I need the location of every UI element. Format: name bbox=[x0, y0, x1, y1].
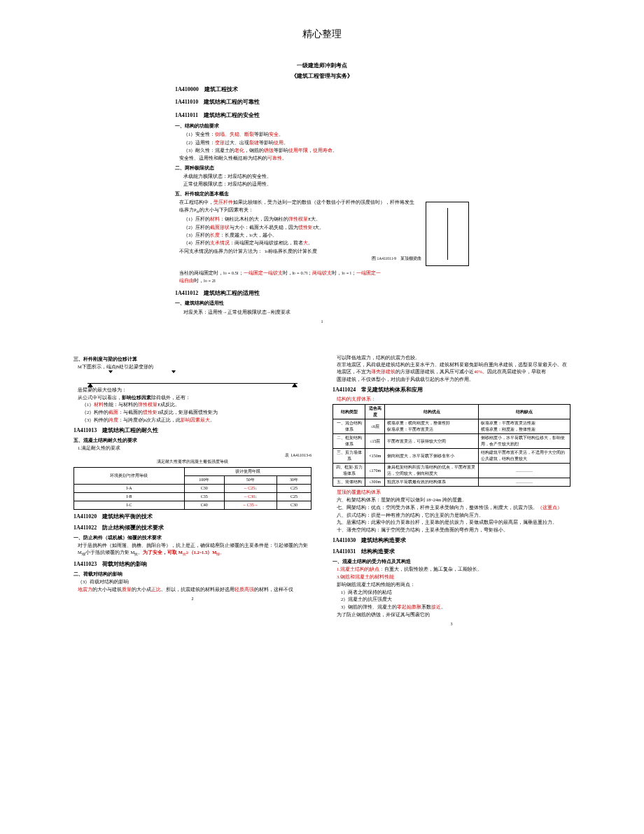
right-l8: 影响钢筋混凝土结构性能的有两点： bbox=[337, 581, 570, 588]
sec-1A411010: 1A411010 建筑结构工程的可靠性 bbox=[175, 98, 469, 107]
sec-1A411013: 1A411013 建筑结构工程的耐久性 bbox=[74, 426, 312, 435]
page-header: 精心整理 bbox=[0, 0, 644, 62]
line-limit2: 正常使用极限状态：对应结构的适用性。 bbox=[183, 181, 469, 188]
left-l5: 地震力的大小与建筑质量的大小成正比。所以，抗震建筑的材料最好选用轻质高强的材料，… bbox=[78, 586, 312, 593]
left-f2: 从公式中可以看出，影响位移因素除荷载外，还有： bbox=[78, 394, 312, 401]
heading-usability: 一、建筑结构的适用性 bbox=[175, 300, 469, 307]
heading-2: 二、两种极限状态 bbox=[175, 165, 469, 172]
left-l2: 1.满足耐久性的要求 bbox=[78, 445, 312, 452]
sec-1A411031: 1A411031 结构构造要求 bbox=[332, 548, 570, 556]
beam-figure bbox=[88, 373, 298, 384]
right-h2: 屋顶的覆盖结构体系 bbox=[337, 489, 570, 496]
right-p1: 可以降低地震力，结构的抗震力也较。 bbox=[337, 354, 570, 361]
line-correspond: 对应关系：适用性→正常使用极限状态→刚度要求 bbox=[183, 309, 469, 316]
line-usability: （2）适用性：变形过大、出现裂缝等影响使用。 bbox=[183, 139, 469, 146]
left-h3: 一、防止构件（或机械）倾覆的技术要求 bbox=[74, 534, 312, 542]
line-safety: （1）安全性：倒塌、失稳、断裂等影响安全。 bbox=[183, 131, 469, 138]
line-durability: （3）耐久性：混凝土的老化，钢筋的锈蚀等影响使用年限，使用寿命。 bbox=[183, 147, 469, 154]
right-l1: 六、桁架结构体系：屋架的跨度可以做到 18~24m 跨的屋盖。 bbox=[337, 496, 570, 503]
table-caption: 表 1A411013-6 bbox=[74, 452, 312, 459]
right-l10: 2）混凝土的抗压强度大 bbox=[341, 596, 570, 603]
top-page: 一级建造师冲刺考点 《建筑工程管理与实务》 1A410000 建筑工程技术 1A… bbox=[175, 62, 469, 326]
left-f1: 悬臂梁的最大位移为： bbox=[78, 387, 312, 394]
title-1: 一级建造师冲刺考点 bbox=[175, 62, 469, 71]
page-number-1: 1 bbox=[175, 319, 469, 326]
right-h3: 一、混凝土结构的受力特点及其构造 bbox=[332, 558, 570, 566]
sec-1A410000: 1A410000 建筑工程技术 bbox=[175, 85, 469, 95]
support-cases: 当柱的两端固定时，l₀ = 0.5l；一端固定一端铰支时，l₀ = 0.7l；两… bbox=[179, 270, 469, 277]
left-h1: 三、杆件刚度与梁的位移计算 bbox=[74, 356, 312, 363]
sec-1A411024: 1A411024 常见建筑结构体系和应用 bbox=[332, 386, 570, 394]
line-reliability: 安全性、适用性和耐久性概括称为结构的可靠性。 bbox=[179, 155, 469, 162]
sec-1A411012: 1A411012 建筑结构工程的适用性 bbox=[175, 289, 469, 298]
sec-1A411011: 1A411011 建筑结构工程的安全性 bbox=[175, 111, 469, 120]
right-l3: 八、拱式结构：拱是一种有推力的结构，它的主要的力是轴向压力。 bbox=[337, 512, 570, 519]
title-2: 《建筑工程管理与实务》 bbox=[175, 72, 469, 81]
concrete-grade-table: 环境类别与作用等级 设计使用年限 100年50年30年 I-AC30←C25↓C… bbox=[74, 467, 312, 510]
left-c3: （3）构件的跨度：与跨度l的n次方成正比，此影响因素最大。 bbox=[82, 417, 312, 424]
right-l12: 为了防止钢筋的锈蚀，并保证其与围裹它的 bbox=[337, 611, 570, 618]
left-l1: M下图所示，端点B处引起梁变形的 bbox=[78, 363, 312, 370]
page-content: 一级建造师冲刺考点 《建筑工程管理与实务》 1A410000 建筑工程技术 1A… bbox=[0, 62, 644, 655]
structure-system-table: 结构类型适合高度结构优点结构缺点 一、混合结构体系≤6层 横墙承重：横向刚度大，… bbox=[332, 404, 570, 487]
left-h4: 二、荷载对结构的影响 bbox=[74, 571, 312, 578]
left-h2: 五、混凝土结构耐久性的要求 bbox=[74, 437, 312, 445]
heading-1: 一、结构的功能要求 bbox=[175, 123, 469, 130]
left-l4: （3）荷载对结构的影响 bbox=[78, 578, 312, 585]
column-figure bbox=[426, 202, 469, 266]
sec-1A411030: 1A411030 建筑结构构造要求 bbox=[332, 536, 570, 545]
sec-1A411023: 1A411023 荷载对结构的影响 bbox=[74, 560, 312, 569]
line-limit1: 承载能力极限状态：对应结构的安全性。 bbox=[183, 173, 469, 180]
right-h1: 结构的支撑体系： bbox=[337, 396, 570, 403]
right-l6: 1.混凝土结构的缺点：自重大，抗裂性较差，施工复杂，工期较长。 bbox=[337, 566, 570, 573]
two-column-layout: 三、杆件刚度与梁的位移计算 M下图所示，端点B处引起梁变形的 悬臂梁的最大位移为… bbox=[70, 354, 574, 627]
left-column: 三、杆件刚度与梁的位移计算 M下图所示，端点B处引起梁变形的 悬臂梁的最大位移为… bbox=[74, 354, 312, 627]
right-l2: 七、网架结构：优点：空间受力体系，杆件主要承受轴向力，整体性强，刚度大，抗震力强… bbox=[337, 504, 570, 511]
right-l5: 十、薄壳空间结构：属于空间受力结构，主要承受曲面的弯作用力，弯矩很小。 bbox=[337, 527, 570, 534]
right-p2: 在非地震区，风荷载是建筑结构的主要水平力。建筑材料要避免影响自重向承建筑，选型要… bbox=[337, 361, 570, 375]
figure-caption: 图 1A411011-9 某顶棚梁曲 bbox=[175, 256, 465, 262]
right-l4: 九、悬索结构：此索中的拉力要靠拉杆，主要靠的是抗拔力，要做成数层中的最高层，属垂… bbox=[337, 519, 570, 526]
page-number-2: 2 bbox=[74, 596, 312, 602]
sec-1A411020: 1A411020 建筑结构平衡的技术 bbox=[74, 513, 312, 521]
support-cases2: 端自由时，l₀ = 2l bbox=[179, 277, 469, 284]
right-column: 可以降低地震力，结构的抗震力也较。 在非地震区，风荷载是建筑结构的主要水平力。建… bbox=[332, 354, 570, 627]
heading-5: 五、杆件稳定的基本概念 bbox=[175, 190, 469, 198]
right-l9: 1）两者之间保持的粘结 bbox=[341, 589, 570, 596]
right-l7: 3.钢筋和混凝土的材料性能 bbox=[337, 574, 570, 581]
right-p3: 圆形建筑，不仅体型小，对抗由于风载载引起的水平力的作用。 bbox=[337, 376, 570, 383]
table-title: 满足耐久性要求的混凝土最低强度等级 bbox=[74, 459, 312, 465]
left-c1: （1）材料性能：与材料的弹性模量E成反比。 bbox=[82, 401, 312, 408]
right-l11: 3）钢筋的弹性、混凝土的零起始膨胀系数接近。 bbox=[341, 604, 570, 611]
left-c2: （2）构件的截面：与截面的惯性矩I成反比，矩形截面惯性矩为 bbox=[82, 409, 312, 416]
sec-1A411022: 1A411022 防止结构倾覆的技术要求 bbox=[74, 524, 312, 532]
left-l3: 对于悬挑构件（如雨篷、挑檐、挑阳台等），抗上是正，确保稳座防止倾覆的主要条件是：… bbox=[78, 542, 312, 557]
page-number-3: 3 bbox=[332, 621, 570, 627]
